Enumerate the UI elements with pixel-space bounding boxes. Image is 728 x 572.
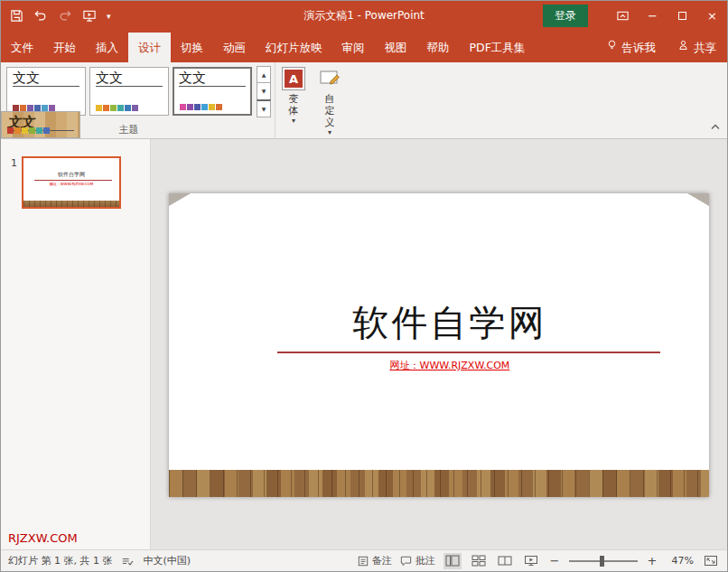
main-area: 1 软件自学网 网址：WWW.RJZXW.COM 软件自学网 网址：WWW.RJ… (1, 139, 727, 549)
tab-home[interactable]: 开始 (43, 33, 86, 62)
theme-thumbnail-1[interactable]: 文文 (6, 67, 86, 116)
maximize-button[interactable] (667, 1, 697, 30)
themes-group: 文文 文文 文文 文文 ▲ ▼ ▼ (1, 62, 275, 138)
zoom-slider-thumb[interactable] (600, 556, 604, 567)
slide-title[interactable]: 软件自学网 (201, 298, 698, 348)
zoom-level[interactable]: 47% (667, 555, 694, 567)
minimize-button[interactable]: − (638, 1, 667, 30)
theme-thumbnail-3-selected[interactable]: 文文 (173, 67, 252, 116)
mini-slide-subtitle: 网址：WWW.RJZXW.COM (23, 182, 119, 186)
share-label: 共享 (694, 33, 716, 62)
normal-view-button[interactable] (443, 553, 462, 569)
save-icon[interactable] (10, 9, 23, 23)
gallery-scroll-down-icon[interactable]: ▼ (257, 82, 271, 99)
status-bar: 幻灯片 第 1 张, 共 1 张 中文(中国) 备注 批注 (1, 549, 727, 571)
theme-thumbnail-2[interactable]: 文文 (89, 67, 169, 116)
close-button[interactable]: × (697, 1, 727, 30)
tab-pdf-tools[interactable]: PDF工具集 (460, 33, 536, 62)
tell-me-button[interactable]: 告诉我 (595, 33, 667, 62)
lightbulb-icon (606, 33, 618, 62)
title-bar: ▾ 演示文稿1 - PowerPoint 登录 − × (1, 1, 727, 30)
slide-subtitle[interactable]: 网址：WWW.RJZXW.COM (201, 359, 698, 372)
theme-rule (179, 86, 246, 87)
tab-slideshow[interactable]: 幻灯片放映 (256, 33, 332, 62)
powerpoint-window: ▾ 演示文稿1 - PowerPoint 登录 − × 文件 开始 插入 设计 … (0, 0, 728, 572)
corner-fold-right (687, 193, 709, 206)
ribbon: 文文 文文 文文 文文 ▲ ▼ ▼ (1, 62, 727, 139)
customize-icon (318, 67, 341, 90)
tab-insert[interactable]: 插入 (86, 33, 128, 62)
zoom-in-button[interactable]: + (646, 554, 658, 567)
mini-slide-rule (34, 180, 112, 181)
language-status[interactable]: 中文(中国) (143, 554, 191, 567)
slide-thumbnail[interactable]: 软件自学网 网址：WWW.RJZXW.COM (22, 156, 121, 209)
theme-text: 文文 (179, 70, 246, 86)
reading-view-button[interactable] (496, 553, 514, 569)
start-slideshow-icon[interactable] (82, 9, 97, 23)
tab-view[interactable]: 视图 (375, 33, 417, 62)
redo-icon[interactable] (58, 9, 72, 23)
theme-text: 文文 (96, 70, 163, 86)
tab-file[interactable]: 文件 (1, 33, 43, 62)
theme-swatches (96, 105, 138, 111)
slide-divider-line (277, 352, 661, 353)
gallery-scroll-up-icon[interactable]: ▲ (257, 66, 271, 83)
collapse-ribbon-button[interactable] (710, 117, 721, 135)
mini-wood-floor (23, 201, 119, 207)
comments-label: 批注 (415, 554, 435, 567)
slide-thumbnail-panel: 1 软件自学网 网址：WWW.RJZXW.COM (1, 139, 151, 549)
notes-button[interactable]: 备注 (358, 554, 392, 567)
theme-gallery-arrows: ▲ ▼ ▼ (257, 67, 271, 117)
chevron-down-icon: ▾ (328, 129, 331, 136)
slide-number: 1 (11, 157, 17, 169)
corner-fold-left (169, 193, 191, 206)
theme-text: 文文 (13, 70, 79, 86)
tab-review[interactable]: 审阅 (332, 33, 375, 62)
qat-dropdown-icon[interactable]: ▾ (107, 13, 111, 20)
tab-animations[interactable]: 动画 (213, 33, 256, 62)
slide-info: 幻灯片 第 1 张, 共 1 张 (8, 554, 112, 567)
theme-swatches (13, 105, 55, 111)
slide-canvas: 软件自学网 网址：WWW.RJZXW.COM (151, 139, 727, 549)
gallery-more-icon[interactable]: ▼ (257, 99, 271, 117)
tab-help[interactable]: 帮助 (417, 33, 460, 62)
customize-button[interactable]: 自定义 ▾ (312, 62, 348, 138)
mini-slide-title: 软件自学网 (23, 171, 119, 179)
tab-transitions[interactable]: 切换 (171, 33, 213, 62)
ribbon-tab-bar: 文件 开始 插入 设计 切换 动画 幻灯片放映 审阅 视图 帮助 PDF工具集 … (1, 30, 727, 62)
tell-me-label: 告诉我 (622, 33, 657, 62)
fit-to-window-button[interactable] (702, 553, 720, 569)
undo-icon[interactable] (33, 9, 48, 23)
theme-rule (96, 86, 163, 87)
tab-design[interactable]: 设计 (128, 33, 171, 62)
share-button[interactable]: 共享 (667, 33, 727, 62)
proofing-icon[interactable] (121, 556, 134, 567)
zoom-out-button[interactable]: − (548, 554, 561, 567)
sign-in-button[interactable]: 登录 (543, 5, 588, 27)
notes-label: 备注 (372, 554, 392, 567)
person-icon (677, 33, 689, 62)
slide-sorter-view-button[interactable] (470, 553, 488, 569)
zoom-slider[interactable] (569, 555, 638, 567)
slide-thumbnail-row[interactable]: 1 软件自学网 网址：WWW.RJZXW.COM (1, 156, 150, 209)
slide[interactable]: 软件自学网 网址：WWW.RJZXW.COM (169, 193, 709, 497)
customize-label: 自定义 (324, 93, 336, 128)
comments-button[interactable]: 批注 (400, 554, 435, 567)
variants-label: 变体 (288, 93, 300, 117)
themes-group-label: 主题 (1, 123, 257, 136)
theme-rule (13, 86, 79, 87)
variants-icon: A (282, 67, 305, 90)
slideshow-view-button[interactable] (522, 553, 540, 569)
variants-button[interactable]: A 变体 ▾ (275, 62, 312, 138)
watermark: RJZXW.COM (8, 531, 78, 545)
ribbon-display-options-icon[interactable] (608, 1, 638, 30)
quick-access-toolbar: ▾ (1, 9, 111, 23)
theme-swatches (180, 104, 222, 110)
wood-floor-image (169, 470, 709, 497)
chevron-down-icon: ▾ (292, 117, 295, 125)
